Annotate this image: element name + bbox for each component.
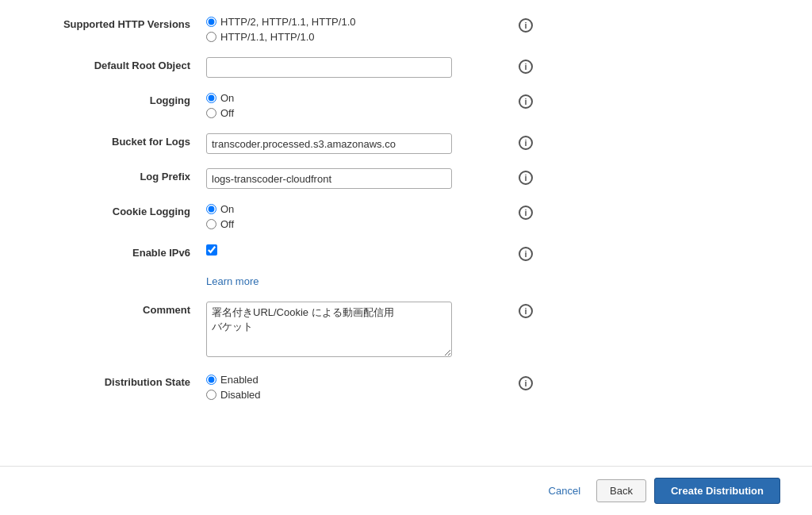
logging-on-radio[interactable] (206, 93, 216, 103)
distribution-disabled-radio[interactable] (206, 390, 216, 400)
default-root-object-info: i (508, 57, 539, 74)
bucket-logs-info-icon[interactable]: i (519, 136, 533, 150)
distribution-disabled-option[interactable]: Disabled (206, 389, 508, 401)
default-root-object-input[interactable] (206, 57, 452, 78)
http-versions-info: i (508, 16, 539, 33)
log-prefix-row: Log Prefix i (32, 168, 780, 189)
cookie-logging-radio-group: On Off (206, 203, 508, 230)
default-root-object-info-icon[interactable]: i (519, 60, 533, 74)
distribution-enabled-label: Enabled (220, 374, 259, 386)
bucket-logs-label: Bucket for Logs (32, 133, 206, 148)
distribution-state-label: Distribution State (32, 374, 206, 388)
ipv6-label: Enable IPv6 (32, 244, 206, 259)
logging-label: Logging (32, 92, 206, 106)
comment-label: Comment (32, 302, 206, 316)
cookie-logging-on-label: On (220, 203, 234, 215)
ipv6-checkbox[interactable] (206, 244, 217, 256)
http-versions-label: Supported HTTP Versions (32, 16, 206, 30)
ipv6-info: i (508, 244, 539, 261)
distribution-enabled-option[interactable]: Enabled (206, 374, 508, 386)
comment-textarea[interactable]: 署名付きURL/Cookie による動画配信用 バケット (206, 302, 452, 357)
cookie-logging-info: i (508, 203, 539, 220)
cookie-logging-row: Cookie Logging On Off i (32, 203, 780, 230)
back-button[interactable]: Back (596, 479, 646, 502)
http-versions-option1[interactable]: HTTP/2, HTTP/1.1, HTTP/1.0 (206, 16, 508, 28)
learn-more-row: Learn more (32, 275, 780, 287)
distribution-state-info: i (508, 374, 539, 390)
logging-info: i (508, 92, 539, 109)
http-versions-option2[interactable]: HTTP/1.1, HTTP/1.0 (206, 31, 508, 43)
form-area: Supported HTTP Versions HTTP/2, HTTP/1.1… (0, 0, 812, 466)
distribution-enabled-radio[interactable] (206, 375, 216, 385)
http-versions-option1-label: HTTP/2, HTTP/1.1, HTTP/1.0 (220, 16, 355, 28)
distribution-state-radio-group: Enabled Disabled (206, 374, 508, 401)
cookie-logging-label: Cookie Logging (32, 203, 206, 217)
http-versions-row: Supported HTTP Versions HTTP/2, HTTP/1.1… (32, 16, 780, 43)
create-distribution-button[interactable]: Create Distribution (654, 478, 780, 504)
http-versions-control: HTTP/2, HTTP/1.1, HTTP/1.0 HTTP/1.1, HTT… (206, 16, 508, 43)
logging-off-option[interactable]: Off (206, 107, 508, 119)
cookie-logging-off-option[interactable]: Off (206, 218, 508, 230)
cookie-logging-control: On Off (206, 203, 508, 230)
distribution-state-info-icon[interactable]: i (519, 376, 533, 390)
distribution-disabled-label: Disabled (220, 389, 261, 401)
bucket-logs-control (206, 133, 508, 154)
http-versions-info-icon[interactable]: i (519, 18, 533, 33)
log-prefix-input[interactable] (206, 168, 452, 189)
cookie-logging-on-option[interactable]: On (206, 203, 508, 215)
learn-more-link[interactable]: Learn more (206, 275, 259, 287)
cookie-logging-on-radio[interactable] (206, 204, 216, 214)
logging-radio-group: On Off (206, 92, 508, 119)
logging-control: On Off (206, 92, 508, 119)
default-root-object-control (206, 57, 508, 78)
ipv6-checkbox-item (206, 244, 508, 256)
default-root-object-row: Default Root Object i (32, 57, 780, 78)
distribution-state-control: Enabled Disabled (206, 374, 508, 401)
ipv6-control (206, 244, 508, 256)
comment-info: i (508, 302, 539, 318)
logging-row: Logging On Off i (32, 92, 780, 119)
log-prefix-label: Log Prefix (32, 168, 206, 183)
default-root-object-label: Default Root Object (32, 57, 206, 71)
bucket-logs-info: i (508, 133, 539, 150)
logging-off-label: Off (220, 107, 234, 119)
http-versions-option2-label: HTTP/1.1, HTTP/1.0 (220, 31, 314, 43)
comment-control: 署名付きURL/Cookie による動画配信用 バケット (206, 302, 508, 359)
cancel-button[interactable]: Cancel (541, 480, 588, 502)
logging-off-radio[interactable] (206, 108, 216, 118)
log-prefix-control (206, 168, 508, 189)
log-prefix-info-icon[interactable]: i (519, 171, 533, 185)
http-versions-radio-group: HTTP/2, HTTP/1.1, HTTP/1.0 HTTP/1.1, HTT… (206, 16, 508, 43)
logging-info-icon[interactable]: i (519, 94, 533, 109)
bucket-logs-row: Bucket for Logs i (32, 133, 780, 154)
logging-on-option[interactable]: On (206, 92, 508, 104)
comment-info-icon[interactable]: i (519, 304, 533, 318)
distribution-state-row: Distribution State Enabled Disabled i (32, 374, 780, 401)
cookie-logging-info-icon[interactable]: i (519, 206, 533, 220)
log-prefix-info: i (508, 168, 539, 185)
http-versions-radio1[interactable] (206, 17, 216, 27)
bucket-logs-input[interactable] (206, 133, 452, 154)
comment-row: Comment 署名付きURL/Cookie による動画配信用 バケット i (32, 302, 780, 359)
footer-area: Cancel Back Create Distribution (0, 466, 812, 515)
page-container: Supported HTTP Versions HTTP/2, HTTP/1.1… (0, 0, 812, 515)
cookie-logging-off-label: Off (220, 218, 234, 230)
http-versions-radio2[interactable] (206, 32, 216, 42)
cookie-logging-off-radio[interactable] (206, 219, 216, 229)
logging-on-label: On (220, 92, 234, 104)
ipv6-info-icon[interactable]: i (519, 247, 533, 261)
ipv6-row: Enable IPv6 i (32, 244, 780, 261)
